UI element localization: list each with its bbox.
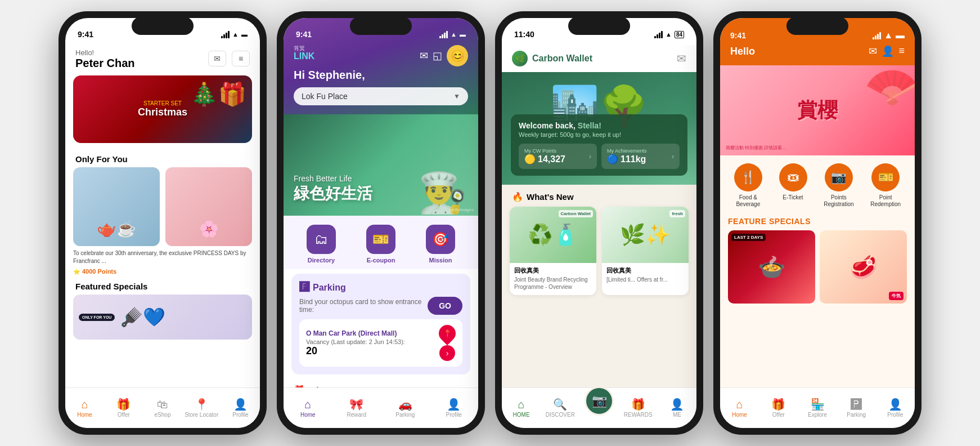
p1-icons: ✉ ≡ xyxy=(208,51,250,66)
p1-nav-offer[interactable]: 🎁 Offer xyxy=(104,394,143,422)
p1-featured-card[interactable]: ONLY FOR YOU 🪮💙 xyxy=(73,295,252,340)
status-icons-2: ▲ ▬ xyxy=(439,31,466,38)
p3-cw-points-card[interactable]: My CW Points 🟡 14,327 › xyxy=(519,144,597,169)
p4-nav-parking[interactable]: 🅿 Parking xyxy=(837,394,876,422)
p3-achievements-value: 111kg xyxy=(621,154,646,164)
p2-nav-parking[interactable]: 🚗 Parking xyxy=(381,394,430,422)
p2-parking-result-1[interactable]: O Man Car Park (Direct Mall) Vacancy (La… xyxy=(299,319,462,367)
p3-nav-home[interactable]: ⌂ HOME xyxy=(502,394,541,422)
p4-shortcut-food[interactable]: 🍴 Food &Beverage xyxy=(734,163,762,208)
p3-nav-me[interactable]: 👤 ME xyxy=(658,394,696,422)
p4-feature-card-1[interactable]: 🍲 LAST 2 DAYS xyxy=(728,230,815,304)
p2-location-bar[interactable]: Lok Fu Place ▼ xyxy=(294,87,468,105)
p4-greeting: Hello xyxy=(730,46,755,57)
p3-news-img-2: 🌿✨ fresh xyxy=(602,207,689,263)
chevron-down-icon-2: ▼ xyxy=(453,92,460,100)
p1-offer-card-1[interactable]: 🫖☕ xyxy=(73,167,160,246)
p3-card-logo-2: fresh xyxy=(669,210,685,217)
p4-person-icon[interactable]: 👤 xyxy=(882,45,894,57)
p4-shortcut-points-reg[interactable]: 📷 PointsRegistration xyxy=(824,163,853,208)
p1-mail-icon[interactable]: ✉ xyxy=(208,51,226,66)
p2-arrow-button[interactable]: › xyxy=(439,345,455,361)
p1-nav-profile[interactable]: 👤 Profile xyxy=(221,394,260,422)
p4-shortcuts: 🍴 Food &Beverage 🎟 E-Ticket 📷 PointsRegi… xyxy=(720,155,915,213)
battery-icon-4: ▬ xyxy=(896,30,905,41)
p2-nav-reward[interactable]: 🎀 Reward xyxy=(332,394,381,422)
p3-news-card-2[interactable]: 🌿✨ fresh 回收真美 [Limited ti... Offers at f… xyxy=(602,207,689,295)
me-icon-3: 👤 xyxy=(670,399,684,410)
home-icon-1: ⌂ xyxy=(82,399,88,410)
rewards-icon-3: 🎁 xyxy=(631,399,645,410)
p2-parking-title: 🅿 Parking xyxy=(299,282,462,293)
phone1-content: Hello! Peter Chan ✉ ≡ STARTER SET Christ… xyxy=(65,45,260,387)
p4-hero-cn: 賞櫻 xyxy=(797,97,838,124)
p3-achievements-card[interactable]: My Achievements 🔵 111kg › xyxy=(601,144,680,169)
p1-nav-eshop[interactable]: 🛍 eShop xyxy=(143,394,182,422)
p2-shortcut-mission[interactable]: 🎯 Mission xyxy=(426,225,455,264)
p3-news-title-1: 回收真美 xyxy=(510,263,596,276)
p1-nav-home[interactable]: ⌂ Home xyxy=(65,394,104,422)
camera-button-3[interactable]: 📷 xyxy=(585,386,614,416)
home-icon-3: ⌂ xyxy=(518,399,525,410)
p4-nav-offer[interactable]: 🎁 Offer xyxy=(759,394,798,422)
p2-header-top: 筲箕 LINK ✉ ◱ 😊 xyxy=(294,45,468,66)
parking-nav-icon-2: 🚗 xyxy=(398,399,412,410)
p4-nav-home[interactable]: ⌂ Home xyxy=(720,394,759,422)
p2-directory-label: Directory xyxy=(308,257,335,264)
p3-logo-icon: 🌿 xyxy=(512,51,528,66)
p3-bottom-nav: ⌂ HOME 🔍 DISCOVER 📷 🎁 REWARDS 👤 ME xyxy=(502,387,696,428)
p3-nav-camera[interactable]: 📷 xyxy=(579,396,618,420)
p4-eticket-label: E-Ticket xyxy=(783,194,803,201)
p1-featured-title: Featured Specials xyxy=(65,276,260,295)
p1-offer-card-2[interactable]: 🌸 xyxy=(165,167,252,246)
profile-icon-1: 👤 xyxy=(233,399,248,410)
battery-icon-1: ▬ xyxy=(241,31,248,38)
p3-points-value: 14,327 xyxy=(538,154,565,164)
p4-mail-icon[interactable]: ✉ xyxy=(869,45,877,57)
p2-avatar[interactable]: 😊 xyxy=(447,45,468,66)
offer-icon-1: 🎁 xyxy=(116,399,131,410)
p3-points-info: My CW Points 🟡 14,327 xyxy=(524,148,565,164)
directory-icon: 🗂 xyxy=(307,225,336,254)
p2-nav-profile[interactable]: 👤 Profile xyxy=(430,394,479,422)
mission-icon: 🎯 xyxy=(426,225,455,254)
p2-nav-home[interactable]: ⌂ Home xyxy=(284,394,332,422)
p3-mail-icon[interactable]: ✉ xyxy=(677,52,686,65)
p4-promo-text: 賞樱活動 特別優惠 詳情請看... xyxy=(726,145,786,151)
eticket-icon: 🎟 xyxy=(779,163,807,191)
p3-achievements-label: My Achievements xyxy=(607,148,647,154)
home-icon-4: ⌂ xyxy=(736,399,743,410)
p4-point-red-label: PointRedemption xyxy=(870,194,901,208)
p3-nav-rewards[interactable]: 🎁 REWARDS xyxy=(619,394,658,422)
p2-parking-actions: 📍 › xyxy=(439,325,456,361)
p4-nav-profile[interactable]: 👤 Profile xyxy=(876,394,915,422)
p2-qr-icon[interactable]: ◱ xyxy=(433,50,442,62)
p3-news-cards: ♻️🧴 Carbon Wallet 回收真美 Joint Beauty Bran… xyxy=(502,207,696,301)
dynamic-island-2 xyxy=(350,17,412,35)
p4-nav-explore[interactable]: 🏪 Explore xyxy=(798,394,837,422)
phone-2: 9:41 ▲ ▬ 筲箕 LINK xyxy=(277,11,485,435)
p2-parking-section: 🅿 Parking Bind your octopus card to show… xyxy=(291,274,470,374)
p2-mail-icon[interactable]: ✉ xyxy=(420,50,428,62)
p2-go-button[interactable]: GO xyxy=(428,297,462,315)
p4-menu-icon[interactable]: ≡ xyxy=(898,45,905,57)
p4-shortcut-eticket[interactable]: 🎟 E-Ticket xyxy=(779,163,807,208)
p3-news-card-1[interactable]: ♻️🧴 Carbon Wallet 回收真美 Joint Beauty Bran… xyxy=(510,207,596,295)
p4-shortcut-point-red[interactable]: 🎫 PointRedemption xyxy=(870,163,901,208)
p3-nav-discover[interactable]: 🔍 DISCOVER xyxy=(541,394,579,422)
p4-feature-card-2[interactable]: 🥩 牛気 xyxy=(820,230,907,304)
p1-nav-store[interactable]: 📍 Store Locator xyxy=(182,394,221,422)
p2-shortcut-directory[interactable]: 🗂 Directory xyxy=(307,225,336,264)
signal-icon-2 xyxy=(439,31,448,38)
p4-bottom-nav: ⌂ Home 🎁 Offer 🏪 Explore 🅿 Parking 👤 Pro… xyxy=(720,387,915,428)
point-redemption-icon: 🎫 xyxy=(871,163,900,191)
parking-icon-4: 🅿 xyxy=(851,399,862,410)
p1-banner-christmas: Christmas xyxy=(138,106,187,118)
parking-icon: 🅿 xyxy=(299,282,309,293)
p4-header-content: Hello ✉ 👤 ≡ xyxy=(730,45,905,57)
fire-icon-3: 🔥 xyxy=(512,191,523,202)
p3-points-label: My CW Points xyxy=(524,148,565,154)
p1-coupon-icon[interactable]: ≡ xyxy=(232,51,250,66)
wifi-icon-2: ▲ xyxy=(451,31,457,38)
p2-shortcut-ecoupon[interactable]: 🎫 E-coupon xyxy=(366,225,395,264)
